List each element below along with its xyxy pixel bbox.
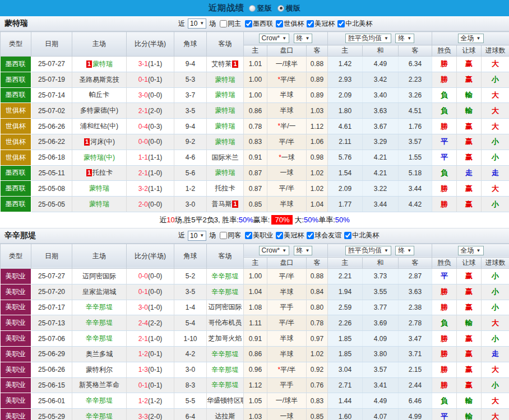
score-cell: 1-2(0-1) — [127, 346, 174, 362]
corners-cell: 1-2 — [174, 181, 207, 197]
date-cell: 25-06-01 — [31, 393, 72, 409]
odds-time-select[interactable]: 终▼ — [294, 246, 313, 255]
goals-result-cell: 大 — [482, 103, 509, 119]
scope-header: 全场▼ — [432, 244, 509, 257]
date-cell: 25-05-29 — [31, 409, 72, 420]
league-filter-checkbox[interactable] — [245, 232, 252, 239]
col-header-score: 比分(半场) — [127, 244, 174, 268]
handicap-result-cell: 赢 — [457, 377, 482, 393]
avg-away-cell: 6.46 — [399, 393, 432, 409]
match-result-cell: 負 — [432, 393, 457, 409]
handicap-result-cell: 輸 — [457, 409, 482, 420]
team-section-cincinnati: 辛辛那堤 近 10 ▼ 场 同客 美职业美冠杯球会友谊中北美杯 类型 日期 — [0, 228, 509, 420]
league-filter-checkbox[interactable] — [276, 232, 283, 239]
match-row: 美职业25-06-01辛辛那堤1-2(1-2)5-5华盛顿特区联1.05一/球半… — [1, 393, 509, 409]
league-filter-checkbox[interactable] — [337, 20, 345, 27]
corners-cell: 3-5 — [174, 103, 207, 119]
handicap-cell: 平/半 — [267, 181, 307, 197]
page-title: 近期战绩 — [209, 3, 244, 13]
odds-time-select[interactable]: 终▼ — [294, 34, 313, 43]
avg-draw-cell: 3.63 — [363, 103, 399, 119]
fulltime-score: 3-1 — [138, 60, 148, 68]
match-result-cell: 勝 — [432, 331, 457, 347]
league-filter-checkbox[interactable] — [276, 20, 283, 27]
col-header-corner: 角球 — [174, 244, 207, 268]
avg-odds-select[interactable]: 胜平负均值▼ — [345, 246, 391, 255]
home-odds-cell: 0.78 — [244, 119, 267, 134]
league-cell: 世俱杯 — [1, 119, 31, 134]
away-odds-cell: 1.12 — [307, 119, 328, 134]
league-filter-checkbox[interactable] — [245, 20, 252, 27]
date-cell: 25-06-15 — [31, 377, 72, 393]
goals-result-cell: 小 — [482, 284, 509, 300]
radio-icon[interactable] — [277, 5, 284, 12]
home-team-cell: 新英格兰革命 — [72, 377, 127, 393]
odds-company-select[interactable]: Crow*▼ — [259, 246, 290, 255]
home-odds-cell: 1.01 — [244, 57, 267, 72]
scope-select[interactable]: 全场▼ — [458, 34, 484, 43]
layout-radio-option[interactable]: 横版 — [277, 3, 300, 13]
col-header-away: 客场 — [207, 244, 244, 268]
league-filter: 世俱杯 — [274, 19, 304, 29]
avg-time-select[interactable]: 终▼ — [395, 246, 414, 255]
odds-company-select[interactable]: Crow*▼ — [259, 34, 290, 43]
match-result-cell: 負 — [432, 103, 457, 119]
score-cell: 0-1(0-1) — [127, 377, 174, 393]
away-team-name: 辛辛那堤 — [212, 381, 239, 389]
league-filter-checkbox[interactable] — [344, 232, 351, 239]
handicap-cell: 半球 — [267, 87, 307, 103]
sub-header-avg-draw: 和 — [363, 45, 399, 57]
home-team-cell: 蒙特瑞 — [72, 181, 127, 197]
match-row: 美职业25-05-29辛辛那堤3-3(2-0)6-4达拉斯1.03一球0.851… — [1, 409, 509, 420]
fulltime-score: 0-0 — [138, 138, 148, 146]
avg-odds-select[interactable]: 胜平负均值▼ — [345, 34, 391, 43]
match-row: 墨西联25-07-14帕丘卡3-0(0-0)3-7蒙特瑞1.00半球0.892.… — [1, 87, 509, 103]
league-filter: 美职业 — [243, 231, 273, 240]
match-count-select[interactable]: 10 ▼ — [188, 231, 206, 241]
league-filter-label: 墨西联 — [253, 19, 273, 29]
date-cell: 25-07-27 — [31, 268, 72, 284]
away-team-cell: 华盛顿特区联 — [207, 393, 244, 409]
home-odds-cell: 0.83 — [244, 134, 267, 150]
home-team-cell: 蒙特瑞(中) — [72, 150, 127, 165]
star-marker: * — [279, 153, 281, 161]
goals-result-cell: 小 — [482, 72, 509, 87]
score-cell: 1-1(1-1) — [127, 150, 174, 165]
corners-cell: 1-10 — [174, 331, 207, 347]
score-cell: 3-3(2-0) — [127, 409, 174, 420]
handicap-cell: *一球 — [267, 150, 307, 165]
away-team-name: 华盛顿特区联 — [207, 396, 244, 404]
handicap-result-cell: 赢 — [457, 134, 482, 150]
fulltime-score: 3-2 — [138, 185, 148, 193]
score-cell: 1-3(0-1) — [127, 362, 174, 377]
col-header-type: 类型 — [1, 32, 31, 57]
halftime-score: (0-1) — [148, 366, 162, 374]
avg-home-cell: 1.77 — [328, 197, 363, 212]
home-team-name: 多特蒙德(中) — [80, 106, 118, 114]
avg-draw-cell: 4.09 — [363, 331, 399, 347]
home-team-name: 浦和红钻(中) — [80, 122, 118, 130]
chevron-down-icon: ▼ — [407, 34, 411, 43]
fulltime-score: 2-4 — [138, 319, 148, 327]
match-count-select[interactable]: 10 ▼ — [188, 18, 206, 29]
league-cell: 美职业 — [1, 409, 31, 420]
scope-select[interactable]: 全场▼ — [458, 246, 484, 255]
corners-cell: 4-6 — [174, 150, 207, 165]
halftime-score: (0-0) — [148, 200, 162, 208]
league-filter-checkbox[interactable] — [307, 232, 314, 239]
home-odds-cell: 0.91 — [244, 150, 267, 165]
radio-icon[interactable] — [249, 5, 256, 12]
away-odds-cell: 0.89 — [307, 87, 328, 103]
same-venue-checkbox[interactable] — [220, 232, 227, 239]
avg-home-cell: 4.61 — [328, 119, 363, 134]
league-filter-checkbox[interactable] — [307, 20, 314, 27]
fulltime-score: 2-1 — [138, 169, 148, 177]
avg-time-select[interactable]: 终▼ — [395, 34, 414, 43]
layout-radio-option[interactable]: 竖版 — [249, 3, 272, 13]
layout-radio-group: 竖版横版 — [249, 3, 300, 13]
same-venue-checkbox[interactable] — [220, 20, 227, 27]
score-cell: 3-1(1-1) — [127, 57, 174, 72]
halftime-score: (1-0) — [148, 169, 162, 177]
away-team-cell: 托拉卡 — [207, 181, 244, 197]
home-team-cell: 圣路易斯竞技 — [72, 72, 127, 87]
